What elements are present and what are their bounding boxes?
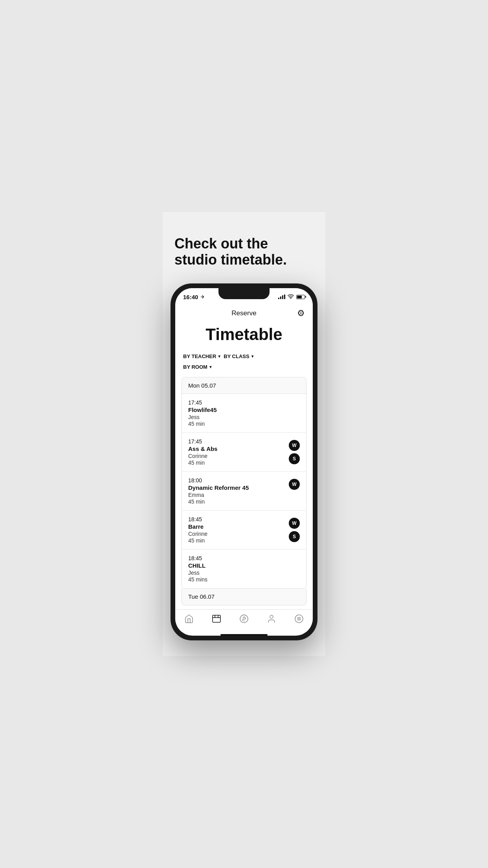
class-name: Dynamic Reformer 45 (188, 484, 285, 491)
class-time: 18:00 (188, 477, 285, 484)
badge-s: S (289, 531, 300, 542)
page-wrapper: Check out the studio timetable. 16:40 (163, 212, 325, 657)
class-teacher: Jess (188, 414, 300, 420)
day-header-mon: Mon 05.07 (182, 377, 306, 394)
svg-point-7 (270, 615, 273, 618)
badge-s: S (289, 453, 300, 464)
class-badges: W S (289, 440, 300, 464)
next-day-preview[interactable]: Tue 06.07 (182, 588, 306, 605)
class-item-ass-abs[interactable]: 17:45 Ass & Abs Corinne 45 min W S (182, 433, 306, 472)
class-info: 17:45 Ass & Abs Corinne 45 min (188, 438, 285, 466)
class-time: 18:45 (188, 516, 285, 522)
app-header: Reserve ⚙ (175, 305, 313, 321)
status-bar: 16:40 (175, 288, 313, 305)
home-indicator (220, 634, 268, 636)
badge-w: W (289, 479, 300, 490)
nav-menu[interactable] (293, 614, 305, 624)
next-day-label: Tue 06.07 (188, 593, 215, 600)
status-time: 16:40 (183, 294, 205, 300)
filter-by-class[interactable]: BY CLASS ▼ (224, 352, 254, 361)
class-info: 18:00 Dynamic Reformer 45 Emma 45 min (188, 477, 285, 505)
timetable-list: Mon 05.07 17:45 Flowlife45 Jess 45 min 1… (182, 377, 306, 588)
home-icon (183, 614, 195, 624)
class-duration: 45 min (188, 421, 300, 427)
class-badges: W (289, 479, 300, 490)
filter-by-room[interactable]: BY ROOM ▼ (183, 362, 213, 371)
phone-frame: 16:40 (171, 283, 317, 640)
header-title: Reserve (231, 309, 256, 317)
class-item-dynamic-reformer[interactable]: 18:00 Dynamic Reformer 45 Emma 45 min W (182, 472, 306, 511)
class-item-flowlife45[interactable]: 17:45 Flowlife45 Jess 45 min (182, 394, 306, 433)
class-info: 18:45 CHILL Jess 45 mins (188, 555, 300, 583)
class-info: 18:45 Barre Corinne 45 min (188, 516, 285, 544)
page-headline: Check out the studio timetable. (171, 235, 317, 268)
class-name: Barre (188, 523, 285, 530)
badge-w: W (289, 440, 300, 451)
class-duration: 45 min (188, 537, 285, 544)
menu-icon (293, 614, 305, 624)
nav-home[interactable] (183, 614, 195, 624)
class-item-barre[interactable]: 18:45 Barre Corinne 45 min W S (182, 511, 306, 550)
pricing-icon (238, 614, 250, 624)
class-duration: 45 mins (188, 576, 300, 583)
class-time: 17:45 (188, 399, 300, 406)
timetable-icon (211, 614, 222, 624)
class-teacher: Emma (188, 492, 285, 498)
class-teacher: Corinne (188, 453, 285, 459)
notch (218, 288, 270, 299)
class-name: Flowlife45 (188, 406, 300, 413)
status-icons (278, 294, 305, 300)
badge-w: W (289, 518, 300, 529)
phone-screen: 16:40 (175, 288, 313, 636)
class-teacher: Corinne (188, 531, 285, 537)
nav-pricing[interactable] (238, 614, 250, 624)
class-item-chill[interactable]: 18:45 CHILL Jess 45 mins (182, 550, 306, 588)
class-name: Ass & Abs (188, 445, 285, 452)
class-time: 18:45 (188, 555, 300, 561)
gear-icon[interactable]: ⚙ (297, 308, 305, 318)
svg-point-1 (290, 298, 291, 299)
nav-timetable[interactable] (211, 614, 222, 624)
bottom-nav (175, 609, 313, 632)
nav-account[interactable] (266, 614, 277, 624)
class-name: CHILL (188, 562, 300, 569)
filter-row-2: BY ROOM ▼ (175, 362, 313, 373)
page-title: Timetable (175, 321, 313, 350)
signal-icon (278, 294, 285, 299)
filter-by-teacher[interactable]: BY TEACHER ▼ (183, 352, 221, 361)
class-time: 17:45 (188, 438, 285, 445)
wifi-icon (288, 294, 294, 300)
class-info: 17:45 Flowlife45 Jess 45 min (188, 399, 300, 427)
class-duration: 45 min (188, 498, 285, 505)
class-badges: W S (289, 518, 300, 542)
svg-rect-2 (213, 615, 220, 622)
class-duration: 45 min (188, 460, 285, 466)
filter-row: BY TEACHER ▼ BY CLASS ▼ (175, 350, 313, 362)
class-teacher: Jess (188, 570, 300, 576)
battery-icon (296, 295, 305, 299)
account-icon (266, 614, 277, 624)
